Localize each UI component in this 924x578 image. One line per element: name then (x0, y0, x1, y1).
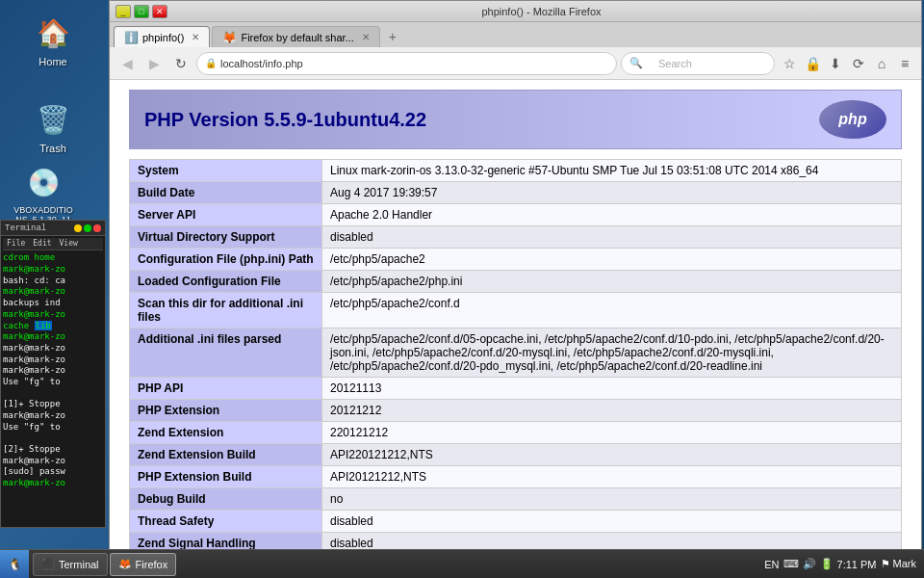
forward-button[interactable]: ▶ (142, 52, 166, 75)
search-placeholder: Search (658, 58, 692, 69)
terminal-line-21: mark@mark-zo (3, 478, 103, 489)
table-key: PHP Extension Build (130, 466, 322, 488)
close-button[interactable]: ✕ (152, 5, 167, 18)
table-key: Thread Safety (130, 511, 322, 533)
address-lock-icon: 🔒 (205, 58, 217, 68)
table-key: Build Date (130, 182, 322, 204)
minimize-button[interactable]: _ (116, 5, 131, 18)
terminal-line-15: mark@mark-zo (3, 410, 103, 422)
system-clock: 7:11 PM (837, 559, 877, 570)
search-icon: 🔍 (629, 57, 643, 69)
table-key: Additional .ini files parsed (130, 328, 322, 378)
table-value: Apache 2.0 Handler (322, 204, 902, 226)
terminal-close-btn[interactable] (93, 224, 101, 232)
desktop-icon-trash[interactable]: 🗑️ Trash (19, 96, 87, 158)
tab-bar: ℹ️ phpinfo() ✕ 🦊 Firefox by default shar… (110, 22, 921, 47)
window-controls: _ □ ✕ (116, 5, 167, 18)
firefox-window: _ □ ✕ phpinfo() - Mozilla Firefox ℹ️ php… (109, 0, 922, 554)
taskbar-items: ⬛ Terminal 🦊 Firefox (29, 553, 757, 576)
home-icon: 🏠 (34, 13, 72, 52)
table-row: PHP Extension BuildAPI20121212,NTS (130, 466, 902, 488)
table-value: /etc/php5/apache2 (322, 249, 902, 271)
table-row: SystemLinux mark-zorin-os 3.13.0-32-gene… (130, 160, 902, 182)
trash-icon-label: Trash (39, 143, 66, 154)
taskbar-terminal-label: Terminal (59, 559, 99, 570)
terminal-line-11: mark@mark-zo (3, 365, 103, 377)
terminal-line-19: mark@mark-zo (3, 456, 103, 467)
vbox-icon: 💿 (24, 163, 63, 201)
tab-firefox-share-label: Firefox by default shar... (241, 32, 353, 43)
back-button[interactable]: ◀ (116, 52, 139, 75)
home-icon-label: Home (38, 56, 66, 67)
table-value: 20121113 (322, 378, 902, 400)
start-button[interactable]: 🐧 (0, 550, 29, 579)
table-value: /etc/php5/apache2/conf.d/05-opcache.ini,… (322, 328, 902, 378)
table-key: Zend Extension (130, 422, 322, 444)
terminal-max-btn[interactable] (84, 224, 91, 232)
taskbar-item-terminal[interactable]: ⬛ Terminal (33, 553, 108, 576)
terminal-menu-edit[interactable]: Edit (33, 239, 51, 249)
php-logo-text: php (838, 111, 866, 128)
volume-icon[interactable]: 🔊 (803, 558, 816, 570)
terminal-line-4: mark@mark-zo (3, 286, 103, 298)
table-value: 20121212 (322, 400, 902, 422)
table-row: PHP Extension20121212 (130, 400, 902, 422)
new-tab-button[interactable]: + (382, 26, 403, 47)
maximize-button[interactable]: □ (134, 5, 149, 18)
taskbar-firefox-icon: 🦊 (118, 558, 132, 570)
php-version: PHP Version 5.5.9-1ubuntu4.22 (144, 109, 426, 131)
terminal-menu-file[interactable]: File (7, 239, 25, 249)
address-bar[interactable]: 🔒 localhost/info.php (196, 52, 617, 75)
table-key: Configuration File (php.ini) Path (130, 249, 322, 271)
tab-firefox-share[interactable]: 🦊 Firefox by default shar... ✕ (212, 26, 379, 47)
reload-button[interactable]: ↻ (169, 52, 192, 75)
taskbar-terminal-icon: ⬛ (41, 558, 55, 570)
table-row: Debug Buildno (130, 488, 902, 511)
clock-time: 7:11 PM (837, 559, 877, 570)
table-row: Scan this dir for additional .ini files/… (130, 293, 902, 328)
download-icon[interactable]: ⬇ (825, 53, 846, 74)
terminal-min-btn[interactable] (74, 224, 82, 232)
table-value: Aug 4 2017 19:39:57 (322, 182, 902, 204)
menu-icon[interactable]: ≡ (894, 53, 915, 74)
terminal-line-10: mark@mark-zo (3, 355, 103, 366)
keyboard-icon: ⌨ (783, 558, 799, 570)
table-row: Server APIApache 2.0 Handler (130, 204, 902, 226)
table-key: Loaded Configuration File (130, 271, 322, 293)
taskbar-item-firefox[interactable]: 🦊 Firefox (110, 553, 177, 576)
table-row: Configuration File (php.ini) Path/etc/ph… (130, 249, 902, 271)
terminal-line-1: cdrom home (3, 252, 103, 264)
table-row: PHP API20121113 (130, 378, 902, 400)
system-tray: EN ⌨ 🔊 🔋 7:11 PM ⚑ Mark (757, 558, 924, 570)
terminal-menu-view[interactable]: View (60, 239, 78, 249)
table-row: Virtual Directory Supportdisabled (130, 226, 902, 249)
terminal-line-9: mark@mark-zo (3, 343, 103, 355)
search-bar[interactable]: 🔍 Search (621, 52, 775, 75)
safe-icon[interactable]: 🔒 (802, 53, 823, 74)
bookmark-star-icon[interactable]: ☆ (779, 53, 800, 74)
tab-firefox-share-close[interactable]: ✕ (362, 32, 370, 42)
terminal-line-3: bash: cd: ca (3, 276, 103, 287)
table-value: Linux mark-zorin-os 3.13.0-32-generic #5… (322, 160, 902, 182)
desktop-icon-home[interactable]: 🏠 Home (19, 10, 87, 71)
nav-bar: ◀ ▶ ↻ 🔒 localhost/info.php 🔍 Search ☆ 🔒 … (110, 47, 921, 80)
home-nav-icon[interactable]: ⌂ (871, 53, 892, 74)
table-value: /etc/php5/apache2/php.ini (322, 271, 902, 293)
tab-phpinfo-label: phpinfo() (142, 32, 184, 43)
table-row: Build DateAug 4 2017 19:39:57 (130, 182, 902, 204)
user-indicator: ⚑ Mark (881, 558, 917, 570)
terminal-line-13 (3, 388, 103, 400)
terminal-title-bar: Terminal (5, 223, 46, 233)
taskbar-firefox-label: Firefox (136, 559, 168, 570)
tab-firefox-share-icon: 🦊 (222, 31, 237, 44)
table-row: Zend Extension220121212 (130, 422, 902, 444)
table-row: Zend Extension BuildAPI220121212,NTS (130, 444, 902, 466)
tab-phpinfo[interactable]: ℹ️ phpinfo() ✕ (114, 26, 210, 47)
php-info-page: PHP Version 5.5.9-1ubuntu4.22 php System… (110, 80, 921, 553)
sync-icon[interactable]: ⟳ (848, 53, 869, 74)
table-key: Debug Build (130, 488, 322, 511)
tab-phpinfo-close[interactable]: ✕ (192, 32, 199, 42)
firefox-titlebar: _ □ ✕ phpinfo() - Mozilla Firefox (110, 1, 921, 22)
table-value: /etc/php5/apache2/conf.d (322, 293, 902, 328)
php-header: PHP Version 5.5.9-1ubuntu4.22 php (129, 90, 902, 149)
